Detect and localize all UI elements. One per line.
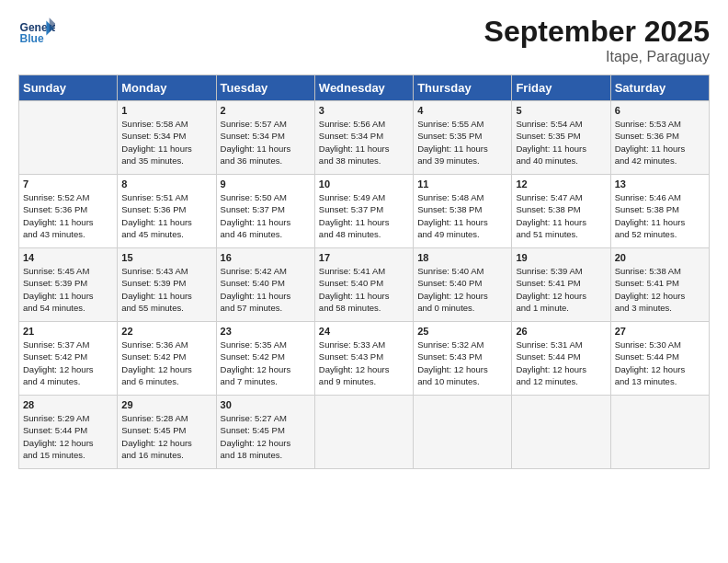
info-line: Sunset: 5:36 PM [23,203,113,215]
info-line: and 39 minutes. [417,155,507,167]
logo-icon: General Blue [18,15,55,52]
day-info: Sunrise: 5:49 AMSunset: 5:37 PMDaylight:… [319,191,409,240]
day-info: Sunrise: 5:43 AMSunset: 5:39 PMDaylight:… [121,265,211,314]
day-cell: 12Sunrise: 5:47 AMSunset: 5:38 PMDayligh… [512,175,610,248]
day-cell: 2Sunrise: 5:57 AMSunset: 5:34 PMDaylight… [216,101,314,175]
info-line: and 45 minutes. [121,228,211,240]
day-info: Sunrise: 5:39 AMSunset: 5:41 PMDaylight:… [516,265,606,314]
info-line: Sunrise: 5:28 AM [121,412,211,424]
week-row-3: 14Sunrise: 5:45 AMSunset: 5:39 PMDayligh… [19,248,710,322]
day-cell: 4Sunrise: 5:55 AMSunset: 5:35 PMDaylight… [414,101,512,175]
info-line: Sunrise: 5:51 AM [121,191,211,203]
week-row-1: 1Sunrise: 5:58 AMSunset: 5:34 PMDaylight… [19,101,710,175]
info-line: Sunrise: 5:49 AM [319,191,409,203]
day-cell: 28Sunrise: 5:29 AMSunset: 5:44 PMDayligh… [19,396,118,469]
day-cell: 10Sunrise: 5:49 AMSunset: 5:37 PMDayligh… [314,175,413,248]
day-number: 13 [615,178,705,190]
info-line: Sunset: 5:36 PM [615,130,705,142]
day-info: Sunrise: 5:41 AMSunset: 5:40 PMDaylight:… [319,265,409,314]
column-header-tuesday: Tuesday [216,75,314,101]
day-cell [414,396,512,469]
info-line: Sunrise: 5:29 AM [23,412,113,424]
info-line: Sunrise: 5:54 AM [516,118,606,130]
day-cell [314,396,413,469]
info-line: and 51 minutes. [516,228,606,240]
day-number: 18 [417,252,507,263]
info-line: and 16 minutes. [121,449,211,461]
info-line: Sunset: 5:44 PM [516,350,606,362]
info-line: Sunrise: 5:43 AM [121,265,211,277]
info-line: Daylight: 12 hours [23,363,113,375]
info-line: Sunrise: 5:36 AM [121,339,211,350]
day-number: 4 [417,105,507,116]
info-line: Daylight: 11 hours [319,143,409,155]
day-cell: 18Sunrise: 5:40 AMSunset: 5:40 PMDayligh… [414,248,512,322]
info-line: Sunrise: 5:42 AM [221,265,311,277]
info-line: Sunrise: 5:30 AM [615,339,705,350]
info-line: and 15 minutes. [23,449,113,461]
info-line: Daylight: 11 hours [221,216,311,228]
day-number: 26 [516,326,606,337]
info-line: Sunset: 5:38 PM [615,203,705,215]
day-cell: 15Sunrise: 5:43 AMSunset: 5:39 PMDayligh… [118,248,216,322]
info-line: and 13 minutes. [615,375,705,387]
day-number: 30 [221,399,311,410]
info-line: and 7 minutes. [221,375,311,387]
day-cell: 8Sunrise: 5:51 AMSunset: 5:36 PMDaylight… [118,175,216,248]
info-line: Daylight: 12 hours [23,437,113,449]
day-cell: 26Sunrise: 5:31 AMSunset: 5:44 PMDayligh… [512,322,610,396]
logo: General Blue [18,15,59,52]
day-number: 8 [121,178,211,190]
day-info: Sunrise: 5:45 AMSunset: 5:39 PMDaylight:… [23,265,113,314]
info-line: Sunset: 5:45 PM [121,424,211,436]
info-line: Daylight: 12 hours [121,363,211,375]
info-line: and 55 minutes. [121,302,211,314]
info-line: Sunrise: 5:40 AM [417,265,507,277]
info-line: Sunrise: 5:31 AM [516,339,606,350]
day-cell: 5Sunrise: 5:54 AMSunset: 5:35 PMDaylight… [512,101,610,175]
info-line: Sunrise: 5:46 AM [615,191,705,203]
svg-text:Blue: Blue [20,32,44,45]
day-cell: 11Sunrise: 5:48 AMSunset: 5:38 PMDayligh… [414,175,512,248]
info-line: Daylight: 12 hours [121,437,211,449]
info-line: Sunset: 5:40 PM [319,277,409,289]
info-line: Sunrise: 5:57 AM [221,118,311,130]
info-line: Sunset: 5:34 PM [319,130,409,142]
day-number: 14 [23,252,113,263]
day-info: Sunrise: 5:51 AMSunset: 5:36 PMDaylight:… [121,191,211,240]
day-info: Sunrise: 5:46 AMSunset: 5:38 PMDaylight:… [615,191,705,240]
info-line: Sunset: 5:45 PM [221,424,311,436]
info-line: Sunrise: 5:48 AM [417,191,507,203]
info-line: Sunset: 5:38 PM [516,203,606,215]
day-cell: 3Sunrise: 5:56 AMSunset: 5:34 PMDaylight… [314,101,413,175]
page-container: General Blue September 2025 Itape, Parag… [0,0,728,478]
info-line: Sunset: 5:37 PM [319,203,409,215]
day-info: Sunrise: 5:48 AMSunset: 5:38 PMDaylight:… [417,191,507,240]
info-line: Sunset: 5:38 PM [417,203,507,215]
day-cell: 25Sunrise: 5:32 AMSunset: 5:43 PMDayligh… [414,322,512,396]
day-number: 17 [319,252,409,263]
column-headers: SundayMondayTuesdayWednesdayThursdayFrid… [19,75,710,101]
info-line: Daylight: 11 hours [417,216,507,228]
day-cell: 27Sunrise: 5:30 AMSunset: 5:44 PMDayligh… [610,322,709,396]
info-line: Daylight: 11 hours [516,216,606,228]
info-line: Daylight: 12 hours [615,290,705,302]
day-number: 11 [417,178,507,190]
day-info: Sunrise: 5:38 AMSunset: 5:41 PMDaylight:… [615,265,705,314]
info-line: Daylight: 11 hours [121,290,211,302]
column-header-sunday: Sunday [19,75,118,101]
day-cell: 20Sunrise: 5:38 AMSunset: 5:41 PMDayligh… [610,248,709,322]
day-cell [610,396,709,469]
info-line: and 57 minutes. [221,302,311,314]
info-line: Sunset: 5:41 PM [615,277,705,289]
day-cell: 6Sunrise: 5:53 AMSunset: 5:36 PMDaylight… [610,101,709,175]
info-line: and 9 minutes. [319,375,409,387]
info-line: Daylight: 11 hours [417,143,507,155]
info-line: and 38 minutes. [319,155,409,167]
info-line: Daylight: 12 hours [417,363,507,375]
info-line: Sunrise: 5:56 AM [319,118,409,130]
info-line: Daylight: 11 hours [319,290,409,302]
column-header-wednesday: Wednesday [314,75,413,101]
day-info: Sunrise: 5:31 AMSunset: 5:44 PMDaylight:… [516,339,606,387]
info-line: Daylight: 11 hours [23,290,113,302]
